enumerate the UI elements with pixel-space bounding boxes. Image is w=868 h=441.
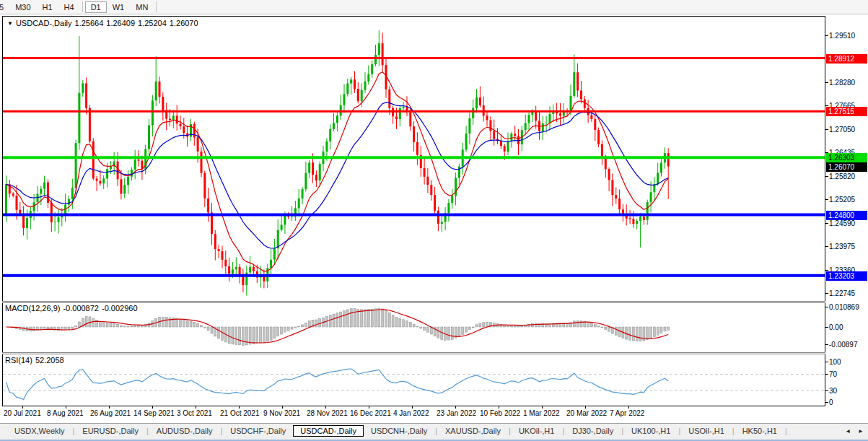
hline-price-tag: 1.27515 xyxy=(826,107,867,116)
tab-scroll-right-icon[interactable]: ► xyxy=(858,428,864,435)
timeframe-button-w1[interactable]: W1 xyxy=(107,2,131,12)
price-axis-tick xyxy=(825,270,828,271)
rsi-label: RSI(14)52.2058 xyxy=(5,356,67,364)
tab-separator: | xyxy=(732,427,735,435)
chart-tab-usdcnh-daily[interactable]: USDCNH-,Daily xyxy=(364,426,434,436)
toolbar-separator xyxy=(82,1,83,12)
date-axis-tick xyxy=(239,406,240,409)
price-axis-tick xyxy=(825,223,828,224)
tab-separator: | xyxy=(562,427,564,435)
timeframe-button-mn[interactable]: MN xyxy=(130,2,154,12)
timeframe-button-d1[interactable]: D1 xyxy=(85,1,107,13)
price-axis-tick xyxy=(825,105,828,106)
price-axis-label: 1.25820 xyxy=(829,173,868,180)
rsi-axis-tick xyxy=(825,374,828,375)
rsi-axis-tick xyxy=(825,390,828,391)
chart-tab-usdx-weekly[interactable]: USDX,Weekly xyxy=(7,426,71,436)
timeframe-button-5[interactable]: 5 xyxy=(0,2,9,12)
hline-price-tag: 1.23203 xyxy=(826,271,867,281)
price-axis-tick xyxy=(825,246,828,247)
tab-separator: | xyxy=(621,427,623,435)
chart-tab-usdcad-daily[interactable]: USDCAD-,Daily xyxy=(293,425,364,437)
rsi-axis-tick xyxy=(825,362,828,362)
tab-scroll-arrows: ◄► xyxy=(845,428,864,435)
macd-value-signal: -0.002960 xyxy=(102,304,138,313)
price-axis-tick xyxy=(825,35,828,36)
bar-close: 1.26070 xyxy=(170,19,198,27)
date-axis-label: 8 Aug 2021 xyxy=(47,409,84,417)
chart-tab-eurusd-daily[interactable]: EURUSD-,Daily xyxy=(75,426,146,436)
chart-tab-bar: USDX,Weekly|EURUSD-,Daily|AUDUSD-,Daily|… xyxy=(0,423,868,438)
panel-splitter[interactable] xyxy=(2,301,825,303)
date-axis-label: 10 Feb 2022 xyxy=(480,409,520,417)
macd-axis-tick xyxy=(825,307,828,307)
rsi-axis-tick xyxy=(825,402,828,403)
chart-tab-hk50-h1[interactable]: HK50-,H1 xyxy=(735,426,784,436)
rsi-axis-label: 70 xyxy=(829,370,868,378)
chart-tab-ukoil-h1[interactable]: UKOil-,H1 xyxy=(512,426,562,436)
trading-terminal: 5M30H1H4D1W1MN ▼USDCAD-,Daily1.256641.26… xyxy=(0,0,868,441)
price-axis-label: 1.25205 xyxy=(829,196,868,204)
price-axis-tick xyxy=(825,176,828,177)
price-chart-canvas[interactable] xyxy=(3,17,825,301)
chart-dropdown-icon[interactable]: ▼ xyxy=(7,20,13,27)
tab-separator: | xyxy=(509,427,511,435)
date-axis-label: 26 Aug 2021 xyxy=(90,409,131,417)
tab-separator: | xyxy=(72,427,74,435)
price-axis-tick xyxy=(825,293,828,294)
hline-price-tag: 1.28912 xyxy=(826,54,867,64)
date-axis-label: 14 Sep 2021 xyxy=(133,409,175,417)
chart-tab-usdchf-daily[interactable]: USDCHF-,Daily xyxy=(223,426,293,436)
tab-scroll-left-icon[interactable]: ◄ xyxy=(845,428,851,435)
chart-symbol: USDCAD-,Daily xyxy=(16,19,72,27)
hline-price-tag: 1.24800 xyxy=(826,211,867,220)
tab-separator: | xyxy=(435,427,437,435)
date-axis-tick xyxy=(585,406,586,409)
current-price-tag: 1.26070 xyxy=(826,162,867,172)
timeframe-button-h1[interactable]: H1 xyxy=(37,2,58,12)
date-axis-label: 3 Oct 2021 xyxy=(177,409,212,417)
macd-name: MACD(12,26,9) xyxy=(5,304,60,313)
tab-separator: | xyxy=(785,427,787,435)
date-axis-tick xyxy=(325,406,326,409)
rsi-value: 52.2058 xyxy=(35,356,64,364)
chart-tab-xauusd-daily[interactable]: XAUUSD-,Daily xyxy=(438,426,508,436)
macd-axis-label: 0.00 xyxy=(829,323,868,331)
hline-price-tag: 1.26303 xyxy=(826,153,867,162)
price-axis-label: 1.22745 xyxy=(829,289,868,297)
macd-axis-label: -0.00897 xyxy=(829,341,868,349)
date-axis-tick xyxy=(282,406,283,409)
date-axis-tick xyxy=(109,406,110,409)
date-axis-label: 16 Dec 2021 xyxy=(350,409,391,417)
date-axis-tick xyxy=(542,406,543,409)
macd-value-main: -0.000872 xyxy=(63,304,99,313)
panel-splitter[interactable] xyxy=(2,352,825,354)
macd-axis-tick xyxy=(825,344,828,345)
chart-tab-dj30-daily[interactable]: DJ30-,Daily xyxy=(565,426,621,436)
chart-tab-audusd-daily[interactable]: AUDUSD-,Daily xyxy=(149,426,220,436)
rsi-axis-label: 100 xyxy=(829,358,868,366)
price-axis-label: 1.29510 xyxy=(829,32,868,40)
date-axis-label: 28 Nov 2021 xyxy=(307,409,348,417)
price-axis-label: 1.23975 xyxy=(829,243,868,250)
date-axis-label: 1 Mar 2022 xyxy=(523,409,560,417)
time-axis: 20 Jul 20218 Aug 202126 Aug 202114 Sep 2… xyxy=(0,406,868,422)
timeframe-button-m30[interactable]: M30 xyxy=(9,2,36,12)
chart-tab-uk100-h1[interactable]: UK100-,H1 xyxy=(624,426,678,436)
date-axis-tick xyxy=(66,406,66,409)
macd-axis-label: 0.010869 xyxy=(829,303,868,311)
chart-tab-usoil-h1[interactable]: USOil-,H1 xyxy=(681,426,732,436)
date-axis-tick xyxy=(499,406,499,409)
rsi-panel-canvas[interactable] xyxy=(3,355,825,406)
date-axis-tick xyxy=(628,406,629,409)
date-axis-label: 21 Oct 2021 xyxy=(220,409,259,417)
date-axis-tick xyxy=(369,406,369,409)
chart-title: ▼USDCAD-,Daily1.256641.264091.252041.260… xyxy=(7,19,201,27)
price-axis-label: 1.24590 xyxy=(829,219,868,227)
timeframe-button-h4[interactable]: H4 xyxy=(58,2,80,12)
date-axis-label: 23 Jan 2022 xyxy=(437,409,476,417)
price-axis-label: 1.27050 xyxy=(829,126,868,134)
macd-label: MACD(12,26,9)-0.000872-0.002960 xyxy=(5,304,141,313)
price-axis-label: 1.28280 xyxy=(829,79,868,87)
rsi-axis-label: 0 xyxy=(829,398,868,406)
